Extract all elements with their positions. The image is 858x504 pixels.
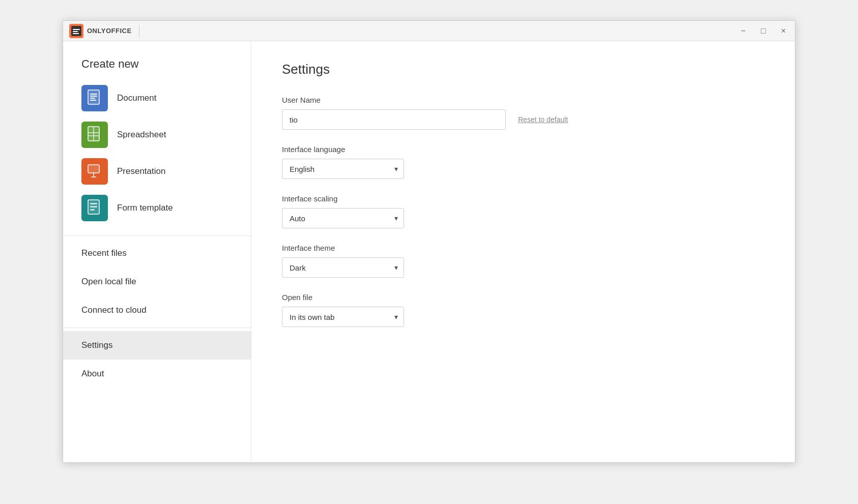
svg-rect-4	[73, 33, 79, 34]
interface-theme-select-wrapper: Dark Light System default ▾	[282, 257, 404, 278]
spreadsheet-icon	[81, 122, 108, 148]
form-template-icon	[81, 195, 108, 221]
sidebar-item-about[interactable]: About	[63, 360, 251, 388]
user-name-input[interactable]	[282, 109, 506, 130]
open-file-section: Open file In its own tab In the same tab…	[282, 293, 764, 327]
open-file-select-wrapper: In its own tab In the same tab ▾	[282, 307, 404, 327]
create-spreadsheet-item[interactable]: Spreadsheet	[63, 116, 251, 153]
interface-language-select[interactable]: English French German Spanish Russian	[282, 159, 404, 179]
window-controls: − □ ×	[738, 26, 789, 36]
svg-rect-5	[88, 90, 99, 104]
onlyoffice-logo-icon	[69, 24, 83, 38]
settings-title: Settings	[282, 62, 764, 77]
maximize-button[interactable]: □	[758, 26, 769, 36]
create-document-item[interactable]: Document	[63, 80, 251, 116]
app-logo: ONLYOFFICE	[69, 24, 132, 38]
sidebar-divider-1	[63, 235, 251, 236]
user-name-section: User Name Reset to default	[282, 96, 764, 130]
minimize-button[interactable]: −	[738, 26, 749, 36]
user-name-label: User Name	[282, 96, 764, 104]
titlebar: ONLYOFFICE − □ ×	[63, 21, 795, 41]
document-icon	[81, 85, 108, 111]
svg-rect-3	[73, 31, 78, 32]
svg-rect-10	[90, 100, 96, 101]
interface-scaling-select[interactable]: Auto 100% 125% 150% 175% 200%	[282, 208, 404, 228]
main-content: Create new Document	[63, 41, 795, 462]
user-name-row: Reset to default	[282, 109, 764, 130]
svg-rect-2	[73, 29, 80, 30]
sidebar-item-recent-files[interactable]: Recent files	[63, 239, 251, 268]
sidebar: Create new Document	[63, 41, 251, 462]
interface-scaling-label: Interface scaling	[282, 194, 764, 203]
svg-rect-24	[90, 209, 95, 211]
svg-rect-9	[90, 98, 95, 99]
interface-theme-label: Interface theme	[282, 244, 764, 252]
settings-panel: Settings User Name Reset to default Inte…	[251, 41, 795, 462]
interface-theme-select[interactable]: Dark Light System default	[282, 257, 404, 278]
interface-language-select-wrapper: English French German Spanish Russian ▾	[282, 159, 404, 179]
presentation-icon	[81, 158, 108, 185]
sidebar-item-connect-to-cloud[interactable]: Connect to cloud	[63, 296, 251, 324]
reset-to-default-button[interactable]: Reset to default	[518, 115, 568, 124]
svg-rect-8	[90, 96, 97, 97]
create-new-title: Create new	[63, 41, 251, 80]
form-template-label: Form template	[117, 203, 173, 213]
app-window: ONLYOFFICE − □ × Create new	[63, 20, 795, 463]
svg-rect-22	[90, 203, 97, 204]
spreadsheet-label: Spreadsheet	[117, 130, 166, 140]
open-file-select[interactable]: In its own tab In the same tab	[282, 307, 404, 327]
close-button[interactable]: ×	[778, 26, 789, 36]
create-form-item[interactable]: Form template	[63, 190, 251, 226]
interface-theme-section: Interface theme Dark Light System defaul…	[282, 244, 764, 278]
sidebar-item-open-local-file[interactable]: Open local file	[63, 268, 251, 296]
sidebar-divider-2	[63, 328, 251, 328]
open-file-label: Open file	[282, 293, 764, 302]
interface-language-label: Interface language	[282, 145, 764, 154]
app-title: ONLYOFFICE	[87, 27, 132, 35]
document-label: Document	[117, 93, 156, 103]
presentation-label: Presentation	[117, 166, 165, 176]
interface-scaling-select-wrapper: Auto 100% 125% 150% 175% 200% ▾	[282, 208, 404, 228]
svg-rect-7	[90, 94, 97, 95]
svg-rect-16	[88, 165, 99, 173]
titlebar-divider	[139, 25, 139, 37]
interface-scaling-section: Interface scaling Auto 100% 125% 150% 17…	[282, 194, 764, 228]
interface-language-section: Interface language English French German…	[282, 145, 764, 179]
create-presentation-item[interactable]: Presentation	[63, 153, 251, 190]
svg-rect-23	[90, 206, 97, 207]
create-new-list: Document Spreadsheet	[63, 80, 251, 232]
sidebar-item-settings[interactable]: Settings	[63, 331, 251, 360]
